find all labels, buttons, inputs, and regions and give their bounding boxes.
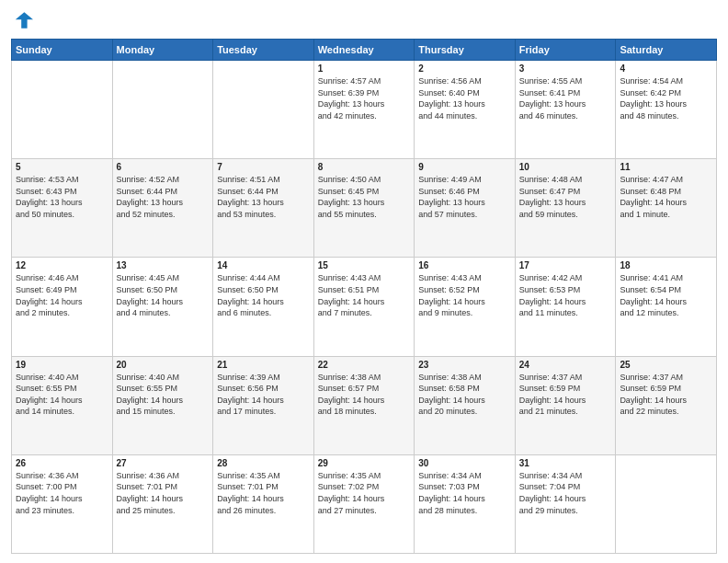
day-cell: 24Sunrise: 4:37 AM Sunset: 6:59 PM Dayli…: [515, 356, 616, 454]
day-number: 27: [117, 458, 210, 468]
day-info: Sunrise: 4:46 AM Sunset: 6:49 PM Dayligh…: [16, 272, 108, 318]
day-info: Sunrise: 4:48 AM Sunset: 6:47 PM Dayligh…: [519, 174, 612, 220]
day-info: Sunrise: 4:52 AM Sunset: 6:44 PM Dayligh…: [117, 174, 210, 220]
day-info: Sunrise: 4:37 AM Sunset: 6:59 PM Dayligh…: [519, 372, 612, 418]
day-info: Sunrise: 4:38 AM Sunset: 6:58 PM Dayligh…: [418, 372, 511, 418]
page: SundayMondayTuesdayWednesdayThursdayFrid…: [0, 0, 728, 563]
calendar-table: SundayMondayTuesdayWednesdayThursdayFrid…: [11, 39, 717, 554]
day-info: Sunrise: 4:51 AM Sunset: 6:44 PM Dayligh…: [217, 174, 310, 220]
day-cell: [616, 454, 717, 553]
day-cell: 29Sunrise: 4:35 AM Sunset: 7:02 PM Dayli…: [313, 454, 415, 553]
day-number: 17: [519, 260, 612, 270]
day-number: 14: [217, 260, 310, 270]
day-info: Sunrise: 4:34 AM Sunset: 7:04 PM Dayligh…: [519, 470, 612, 516]
day-number: 22: [318, 360, 411, 370]
day-cell: 22Sunrise: 4:38 AM Sunset: 6:57 PM Dayli…: [313, 356, 415, 454]
day-info: Sunrise: 4:57 AM Sunset: 6:39 PM Dayligh…: [318, 75, 411, 121]
day-number: 11: [620, 162, 712, 172]
day-number: 30: [418, 458, 511, 468]
day-info: Sunrise: 4:54 AM Sunset: 6:42 PM Dayligh…: [620, 75, 712, 121]
day-cell: 14Sunrise: 4:44 AM Sunset: 6:50 PM Dayli…: [213, 258, 314, 356]
header-cell-thursday: Thursday: [415, 40, 516, 61]
day-info: Sunrise: 4:41 AM Sunset: 6:54 PM Dayligh…: [620, 272, 712, 318]
day-cell: 2Sunrise: 4:56 AM Sunset: 6:40 PM Daylig…: [415, 61, 516, 159]
day-number: 24: [519, 360, 612, 370]
day-number: 4: [620, 63, 712, 74]
header-row: SundayMondayTuesdayWednesdayThursdayFrid…: [12, 40, 717, 61]
header-cell-friday: Friday: [515, 40, 616, 61]
day-cell: 19Sunrise: 4:40 AM Sunset: 6:55 PM Dayli…: [12, 356, 113, 454]
day-cell: 23Sunrise: 4:38 AM Sunset: 6:58 PM Dayli…: [415, 356, 516, 454]
week-row-1: 5Sunrise: 4:53 AM Sunset: 6:43 PM Daylig…: [12, 159, 717, 258]
day-cell: 17Sunrise: 4:42 AM Sunset: 6:53 PM Dayli…: [515, 258, 616, 356]
day-number: 31: [519, 458, 612, 468]
header-cell-saturday: Saturday: [616, 40, 717, 61]
header: [11, 9, 717, 31]
day-cell: 11Sunrise: 4:47 AM Sunset: 6:48 PM Dayli…: [616, 159, 717, 258]
week-row-0: 1Sunrise: 4:57 AM Sunset: 6:39 PM Daylig…: [12, 61, 717, 159]
svg-marker-0: [16, 12, 33, 29]
day-cell: 13Sunrise: 4:45 AM Sunset: 6:50 PM Dayli…: [112, 258, 213, 356]
day-number: 18: [620, 260, 712, 270]
day-number: 5: [16, 162, 108, 172]
day-cell: 8Sunrise: 4:50 AM Sunset: 6:45 PM Daylig…: [313, 159, 415, 258]
day-cell: 6Sunrise: 4:52 AM Sunset: 6:44 PM Daylig…: [112, 159, 213, 258]
day-cell: 15Sunrise: 4:43 AM Sunset: 6:51 PM Dayli…: [313, 258, 415, 356]
logo-icon: [11, 9, 33, 31]
day-cell: 21Sunrise: 4:39 AM Sunset: 6:56 PM Dayli…: [213, 356, 314, 454]
day-number: 16: [418, 260, 511, 270]
day-number: 25: [620, 360, 712, 370]
day-info: Sunrise: 4:56 AM Sunset: 6:40 PM Dayligh…: [418, 75, 511, 121]
calendar-header: SundayMondayTuesdayWednesdayThursdayFrid…: [12, 40, 717, 61]
day-number: 9: [418, 162, 511, 172]
day-cell: 10Sunrise: 4:48 AM Sunset: 6:47 PM Dayli…: [515, 159, 616, 258]
day-number: 1: [318, 63, 411, 74]
day-info: Sunrise: 4:42 AM Sunset: 6:53 PM Dayligh…: [519, 272, 612, 318]
day-cell: 28Sunrise: 4:35 AM Sunset: 7:01 PM Dayli…: [213, 454, 314, 553]
week-row-2: 12Sunrise: 4:46 AM Sunset: 6:49 PM Dayli…: [12, 258, 717, 356]
day-cell: 16Sunrise: 4:43 AM Sunset: 6:52 PM Dayli…: [415, 258, 516, 356]
calendar-body: 1Sunrise: 4:57 AM Sunset: 6:39 PM Daylig…: [12, 61, 717, 554]
day-number: 19: [16, 360, 108, 370]
day-number: 13: [117, 260, 210, 270]
day-cell: 9Sunrise: 4:49 AM Sunset: 6:46 PM Daylig…: [415, 159, 516, 258]
day-number: 3: [519, 63, 612, 74]
day-cell: 1Sunrise: 4:57 AM Sunset: 6:39 PM Daylig…: [313, 61, 415, 159]
day-info: Sunrise: 4:44 AM Sunset: 6:50 PM Dayligh…: [217, 272, 310, 318]
day-number: 29: [318, 458, 411, 468]
day-info: Sunrise: 4:40 AM Sunset: 6:55 PM Dayligh…: [16, 372, 108, 418]
day-cell: 3Sunrise: 4:55 AM Sunset: 6:41 PM Daylig…: [515, 61, 616, 159]
day-cell: 25Sunrise: 4:37 AM Sunset: 6:59 PM Dayli…: [616, 356, 717, 454]
day-number: 7: [217, 162, 310, 172]
day-cell: 31Sunrise: 4:34 AM Sunset: 7:04 PM Dayli…: [515, 454, 616, 553]
day-cell: 30Sunrise: 4:34 AM Sunset: 7:03 PM Dayli…: [415, 454, 516, 553]
day-number: 2: [418, 63, 511, 74]
header-cell-monday: Monday: [112, 40, 213, 61]
day-cell: 4Sunrise: 4:54 AM Sunset: 6:42 PM Daylig…: [616, 61, 717, 159]
header-cell-sunday: Sunday: [12, 40, 113, 61]
day-info: Sunrise: 4:55 AM Sunset: 6:41 PM Dayligh…: [519, 75, 612, 121]
day-cell: [213, 61, 314, 159]
day-cell: 26Sunrise: 4:36 AM Sunset: 7:00 PM Dayli…: [12, 454, 113, 553]
header-cell-tuesday: Tuesday: [213, 40, 314, 61]
day-info: Sunrise: 4:43 AM Sunset: 6:52 PM Dayligh…: [418, 272, 511, 318]
day-info: Sunrise: 4:35 AM Sunset: 7:01 PM Dayligh…: [217, 470, 310, 516]
day-cell: [12, 61, 113, 159]
day-info: Sunrise: 4:39 AM Sunset: 6:56 PM Dayligh…: [217, 372, 310, 418]
day-cell: 20Sunrise: 4:40 AM Sunset: 6:55 PM Dayli…: [112, 356, 213, 454]
logo: [11, 9, 37, 31]
day-number: 26: [16, 458, 108, 468]
day-cell: 27Sunrise: 4:36 AM Sunset: 7:01 PM Dayli…: [112, 454, 213, 553]
day-info: Sunrise: 4:40 AM Sunset: 6:55 PM Dayligh…: [117, 372, 210, 418]
day-cell: 12Sunrise: 4:46 AM Sunset: 6:49 PM Dayli…: [12, 258, 113, 356]
day-number: 15: [318, 260, 411, 270]
day-info: Sunrise: 4:36 AM Sunset: 7:00 PM Dayligh…: [16, 470, 108, 516]
day-info: Sunrise: 4:53 AM Sunset: 6:43 PM Dayligh…: [16, 174, 108, 220]
day-info: Sunrise: 4:45 AM Sunset: 6:50 PM Dayligh…: [117, 272, 210, 318]
day-info: Sunrise: 4:35 AM Sunset: 7:02 PM Dayligh…: [318, 470, 411, 516]
day-number: 20: [117, 360, 210, 370]
day-number: 23: [418, 360, 511, 370]
day-cell: 18Sunrise: 4:41 AM Sunset: 6:54 PM Dayli…: [616, 258, 717, 356]
day-info: Sunrise: 4:43 AM Sunset: 6:51 PM Dayligh…: [318, 272, 411, 318]
day-info: Sunrise: 4:50 AM Sunset: 6:45 PM Dayligh…: [318, 174, 411, 220]
